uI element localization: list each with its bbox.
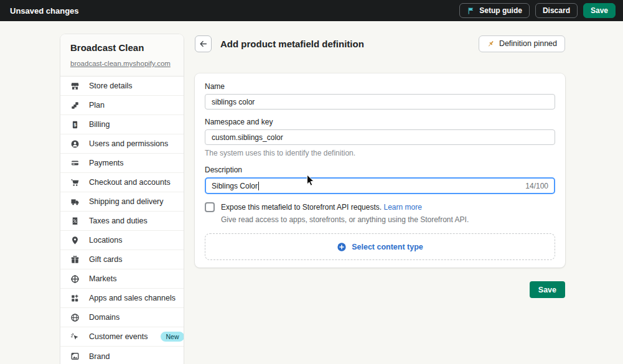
flag-icon bbox=[467, 7, 475, 15]
sidebar-item-taxes-and-duties[interactable]: Taxes and duties bbox=[60, 212, 184, 231]
sidebar-item-label: Billing bbox=[89, 120, 110, 129]
sidebar-item-label: Checkout and accounts bbox=[89, 178, 171, 187]
sidebar-item-locations[interactable]: Locations bbox=[60, 231, 184, 250]
learn-more-link[interactable]: Learn more bbox=[383, 203, 421, 212]
sidebar-item-label: Shipping and delivery bbox=[89, 197, 164, 206]
setup-guide-button[interactable]: Setup guide bbox=[459, 3, 530, 18]
namespace-input[interactable] bbox=[205, 129, 555, 145]
apps-icon bbox=[70, 294, 80, 303]
page-title: Add product metafield definition bbox=[220, 39, 364, 49]
sidebar-item-gift-cards[interactable]: Gift cards bbox=[60, 250, 184, 269]
store-name: Broadcast Clean bbox=[70, 42, 174, 53]
definition-pinned-label: Definition pinned bbox=[499, 39, 557, 48]
sidebar-item-users-and-permissions[interactable]: Users and permissions bbox=[60, 134, 184, 154]
namespace-help-text: The system uses this to identify the def… bbox=[205, 149, 555, 157]
metafield-form-card: Name Namespace and key The system uses t… bbox=[195, 73, 565, 268]
description-input[interactable]: Siblings Color 14/100 bbox=[205, 177, 555, 194]
topbar: Unsaved changes Setup guide Discard Save bbox=[0, 0, 623, 21]
expose-help-text: Give read access to apps, storefronts, o… bbox=[221, 215, 555, 224]
sidebar-list: Store details Plan $ Billing Users and p… bbox=[60, 77, 184, 364]
character-counter: 14/100 bbox=[525, 182, 548, 190]
sidebar-item-label: Apps and sales channels bbox=[89, 294, 176, 302]
name-label: Name bbox=[205, 82, 555, 91]
locations-icon bbox=[70, 236, 80, 245]
billing-icon: $ bbox=[70, 120, 80, 129]
text-caret bbox=[258, 182, 259, 190]
store-icon bbox=[70, 82, 80, 91]
brand-icon bbox=[70, 352, 80, 361]
save-button[interactable]: Save bbox=[530, 281, 565, 298]
users-icon bbox=[70, 139, 80, 149]
new-badge: New bbox=[161, 332, 184, 342]
select-content-type-button[interactable]: Select content type bbox=[205, 233, 555, 260]
topbar-save-button[interactable]: Save bbox=[583, 3, 616, 18]
settings-sidebar: Broadcast Clean broadcast-clean.myshopif… bbox=[60, 34, 184, 364]
sidebar-item-label: Payments bbox=[89, 159, 124, 167]
shipping-icon bbox=[70, 197, 80, 207]
setup-guide-label: Setup guide bbox=[479, 6, 522, 15]
domains-icon bbox=[70, 313, 80, 322]
sidebar-item-customer-events[interactable]: Customer events New bbox=[60, 327, 184, 347]
expose-label: Expose this metafield to Storefront API … bbox=[221, 202, 422, 212]
sidebar-item-checkout-and-accounts[interactable]: Checkout and accounts bbox=[60, 173, 184, 192]
name-field: Name bbox=[205, 82, 555, 110]
plus-circle-icon bbox=[337, 242, 347, 252]
sidebar-item-label: Domains bbox=[89, 313, 119, 322]
taxes-icon bbox=[70, 217, 80, 226]
sidebar-item-markets[interactable]: Markets bbox=[60, 269, 184, 289]
payments-icon bbox=[70, 159, 80, 168]
namespace-field: Namespace and key The system uses this t… bbox=[205, 118, 555, 157]
description-field: Description Siblings Color 14/100 bbox=[205, 166, 555, 194]
description-value: Siblings Color bbox=[212, 182, 258, 190]
expose-checkbox[interactable] bbox=[205, 202, 215, 212]
back-button[interactable] bbox=[195, 35, 212, 52]
plan-icon bbox=[70, 101, 80, 110]
sidebar-header: Broadcast Clean broadcast-clean.myshopif… bbox=[60, 34, 184, 77]
page-footer: Save bbox=[195, 281, 565, 298]
discard-button[interactable]: Discard bbox=[535, 3, 578, 18]
checkout-icon bbox=[70, 178, 80, 187]
sidebar-item-domains[interactable]: Domains bbox=[60, 308, 184, 327]
unsaved-changes-label: Unsaved changes bbox=[10, 6, 79, 16]
namespace-label: Namespace and key bbox=[205, 118, 555, 126]
markets-icon bbox=[70, 274, 80, 284]
sidebar-item-payments[interactable]: Payments bbox=[60, 154, 184, 173]
back-arrow-icon bbox=[199, 39, 208, 49]
page-header: Add product metafield definition Definit… bbox=[195, 34, 565, 53]
customer-events-icon bbox=[70, 332, 80, 342]
sidebar-item-label: Customer events bbox=[89, 332, 148, 341]
sidebar-item-label: Locations bbox=[89, 236, 123, 245]
sidebar-item-label: Users and permissions bbox=[89, 139, 168, 148]
sidebar-item-label: Taxes and duties bbox=[89, 217, 148, 225]
sidebar-item-label: Markets bbox=[89, 274, 116, 283]
sidebar-item-label: Brand bbox=[89, 352, 110, 361]
sidebar-item-plan[interactable]: Plan bbox=[60, 96, 184, 115]
sidebar-item-store-details[interactable]: Store details bbox=[60, 77, 184, 96]
select-content-type-label: Select content type bbox=[352, 243, 423, 251]
sidebar-item-label: Store details bbox=[89, 82, 132, 90]
main-content: Add product metafield definition Definit… bbox=[195, 34, 565, 298]
expose-checkbox-row: Expose this metafield to Storefront API … bbox=[205, 202, 555, 212]
description-label: Description bbox=[205, 166, 555, 174]
sidebar-item-shipping-and-delivery[interactable]: Shipping and delivery bbox=[60, 192, 184, 212]
store-domain-link[interactable]: broadcast-clean.myshopify.com bbox=[70, 60, 171, 67]
pin-icon bbox=[487, 40, 495, 48]
sidebar-item-apps-and-sales-channels[interactable]: Apps and sales channels bbox=[60, 289, 184, 308]
sidebar-item-brand[interactable]: Brand bbox=[60, 347, 184, 364]
topbar-actions: Setup guide Discard Save bbox=[459, 3, 616, 18]
gift-cards-icon bbox=[70, 255, 80, 264]
definition-pinned-button[interactable]: Definition pinned bbox=[479, 35, 565, 52]
sidebar-item-billing[interactable]: $ Billing bbox=[60, 115, 184, 134]
sidebar-item-label: Gift cards bbox=[89, 255, 123, 264]
name-input[interactable] bbox=[205, 94, 555, 110]
sidebar-item-label: Plan bbox=[89, 101, 105, 110]
